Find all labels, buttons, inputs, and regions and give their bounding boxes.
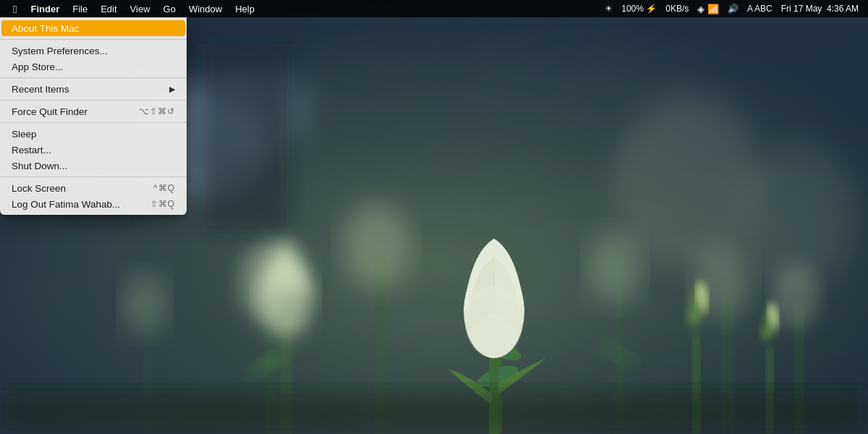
- menu-separator-2: [0, 77, 187, 78]
- menubar-go[interactable]: Go: [157, 0, 182, 17]
- svg-point-20: [344, 203, 409, 289]
- menu-separator-3: [0, 100, 187, 101]
- datetime: Fri 17 May 4:36 AM: [778, 0, 862, 17]
- menu-item-restart[interactable]: Restart...: [0, 142, 187, 158]
- brightness-icon[interactable]: ☀: [601, 0, 616, 17]
- menu-item-recent-label: Recent Items: [12, 84, 69, 95]
- menu-item-sleep-label: Sleep: [12, 129, 37, 140]
- menu-item-sleep[interactable]: Sleep: [0, 126, 187, 142]
- menubar-edit[interactable]: Edit: [94, 0, 123, 17]
- menu-item-shutdown-label: Shut Down...: [12, 161, 67, 171]
- menu-item-force-quit[interactable]: Force Quit Finder ⌥⇧⌘↺: [0, 103, 187, 119]
- menu-separator-1: [0, 39, 187, 40]
- menu-item-lock-screen[interactable]: Lock Screen ^⌘Q: [0, 180, 187, 196]
- menu-item-shutdown[interactable]: Shut Down...: [0, 158, 187, 174]
- svg-point-21: [590, 231, 640, 304]
- menu-item-forcequit-shortcut: ⌥⇧⌘↺: [139, 106, 175, 116]
- svg-point-27: [465, 286, 523, 358]
- svg-point-24: [124, 273, 165, 334]
- input-method[interactable]: A ABC: [744, 0, 776, 17]
- menubar-window[interactable]: Window: [182, 0, 229, 17]
- apple-dropdown-menu: About This Mac System Preferences... App…: [0, 17, 187, 215]
- svg-point-6: [615, 94, 760, 268]
- menu-item-about-label: About This Mac: [12, 23, 80, 34]
- menu-separator-5: [0, 176, 187, 177]
- menubar-view[interactable]: View: [124, 0, 157, 17]
- menubar-file[interactable]: File: [66, 0, 94, 17]
- menu-item-logout-label: Log Out Fatima Wahab...: [12, 199, 120, 210]
- menu-item-restart-label: Restart...: [12, 145, 51, 156]
- battery-percent: 100% ⚡: [618, 0, 660, 17]
- menubar-finder[interactable]: Finder: [24, 0, 66, 17]
- menubar-help[interactable]: Help: [229, 0, 261, 17]
- apple-menu-button[interactable]: : [6, 0, 24, 17]
- menu-item-app-store[interactable]: App Store...: [0, 59, 187, 75]
- svg-rect-32: [0, 391, 868, 434]
- menu-separator-4: [0, 122, 187, 123]
- menu-item-sysprefs-label: System Preferences...: [12, 46, 108, 56]
- menu-item-forcequit-label: Force Quit Finder: [12, 106, 88, 117]
- menu-item-lockscreen-label: Lock Screen: [12, 183, 66, 194]
- svg-rect-5: [203, 43, 289, 231]
- menu-item-system-preferences[interactable]: System Preferences...: [0, 43, 187, 59]
- svg-point-23: [773, 264, 819, 329]
- submenu-arrow-icon: ▶: [169, 85, 175, 94]
- menu-item-recent-items[interactable]: Recent Items ▶: [0, 81, 187, 97]
- volume-icon[interactable]: 🔊: [724, 0, 742, 17]
- menu-item-lockscreen-shortcut: ^⌘Q: [153, 183, 175, 193]
- network-speed: 0KB/s: [662, 0, 692, 17]
- menubar:  Finder File Edit View Go Window Help ☀…: [0, 0, 868, 17]
- menubar-right: ☀ 100% ⚡ 0KB/s ◈ 📶 🔊 A ABC Fri 17 May 4:…: [601, 0, 862, 17]
- wifi-icon[interactable]: ◈ 📶: [694, 0, 723, 17]
- menu-item-appstore-label: App Store...: [12, 61, 63, 72]
- menubar-left:  Finder File Edit View Go Window Help: [6, 0, 261, 17]
- menu-item-logout[interactable]: Log Out Fatima Wahab... ⇧⌘Q: [0, 196, 187, 212]
- menu-item-logout-shortcut: ⇧⌘Q: [150, 199, 175, 209]
- menu-item-about-this-mac[interactable]: About This Mac: [1, 20, 185, 36]
